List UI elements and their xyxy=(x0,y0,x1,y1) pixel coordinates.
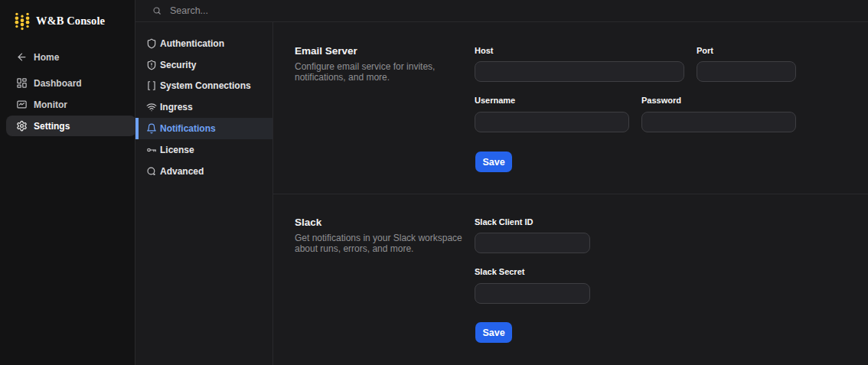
topbar xyxy=(135,0,868,22)
password-input[interactable] xyxy=(641,112,796,132)
section-title-slack: Slack xyxy=(295,217,321,228)
monitor-icon xyxy=(16,99,28,110)
section-divider xyxy=(273,194,868,194)
shield-alert-icon xyxy=(146,60,157,70)
settings-nav-label: Notifications xyxy=(160,123,216,134)
brand: W&B Console xyxy=(15,11,105,31)
settings-nav-item-system-connections[interactable]: System Connections xyxy=(135,76,272,97)
sidebar: W&B Console Home Dashboard Monitor Setti… xyxy=(0,0,135,365)
settings-nav-label: Authentication xyxy=(160,38,224,49)
slack-client-id-label: Slack Client ID xyxy=(475,217,533,226)
email-save-button[interactable]: Save xyxy=(475,152,512,172)
settings-nav-item-security[interactable]: Security xyxy=(135,54,272,76)
username-label: Username xyxy=(475,96,515,105)
brand-title: W&B Console xyxy=(36,15,105,28)
circle-dot-icon xyxy=(146,166,157,177)
settings-nav-item-authentication[interactable]: Authentication xyxy=(135,33,272,54)
search-icon xyxy=(152,6,162,15)
section-description: Get notifications in your Slack workspac… xyxy=(295,233,475,254)
settings-nav-item-license[interactable]: License xyxy=(135,139,272,161)
sidebar-item-home[interactable]: Home xyxy=(6,47,136,67)
sidebar-item-dashboard[interactable]: Dashboard xyxy=(6,73,136,93)
settings-nav-label: License xyxy=(160,145,194,155)
username-input[interactable] xyxy=(475,112,629,132)
settings-nav-label: Advanced xyxy=(160,166,204,177)
slack-client-id-input[interactable] xyxy=(475,233,590,253)
sidebar-item-label: Dashboard xyxy=(34,78,82,89)
slack-save-button[interactable]: Save xyxy=(475,322,512,343)
brackets-icon xyxy=(146,80,157,91)
password-label: Password xyxy=(641,96,681,105)
settings-nav: Authentication Security System Connectio… xyxy=(135,33,272,182)
gear-icon xyxy=(16,120,28,132)
port-input[interactable] xyxy=(697,61,796,82)
wandb-logo-icon xyxy=(15,11,30,31)
settings-nav-item-advanced[interactable]: Advanced xyxy=(135,161,272,182)
dashboard-grid-icon xyxy=(16,77,28,89)
settings-nav-item-notifications[interactable]: Notifications xyxy=(135,118,272,139)
host-label: Host xyxy=(475,46,493,55)
sidebar-item-label: Home xyxy=(34,52,59,63)
host-input[interactable] xyxy=(475,61,684,82)
sidebar-item-monitor[interactable]: Monitor xyxy=(6,94,136,115)
section-title-email-server: Email Server xyxy=(295,45,357,57)
settings-nav-label: Ingress xyxy=(160,102,193,112)
settings-nav-label: System Connections xyxy=(160,80,251,91)
port-label: Port xyxy=(697,46,713,55)
key-icon xyxy=(146,145,157,155)
slack-secret-label: Slack Secret xyxy=(475,267,524,276)
sidebar-item-settings[interactable]: Settings xyxy=(6,116,136,136)
sidebar-item-label: Settings xyxy=(34,121,70,132)
slack-secret-input[interactable] xyxy=(475,283,590,304)
arrow-left-icon xyxy=(16,51,28,63)
section-description: Configure email service for invites, not… xyxy=(295,61,452,83)
search-input[interactable] xyxy=(168,5,325,17)
shield-icon xyxy=(146,38,157,49)
settings-nav-item-ingress[interactable]: Ingress xyxy=(135,96,272,118)
sidebar-item-label: Monitor xyxy=(34,99,67,110)
settings-nav-label: Security xyxy=(160,60,196,70)
wifi-icon xyxy=(146,102,157,112)
bell-icon xyxy=(146,123,157,134)
